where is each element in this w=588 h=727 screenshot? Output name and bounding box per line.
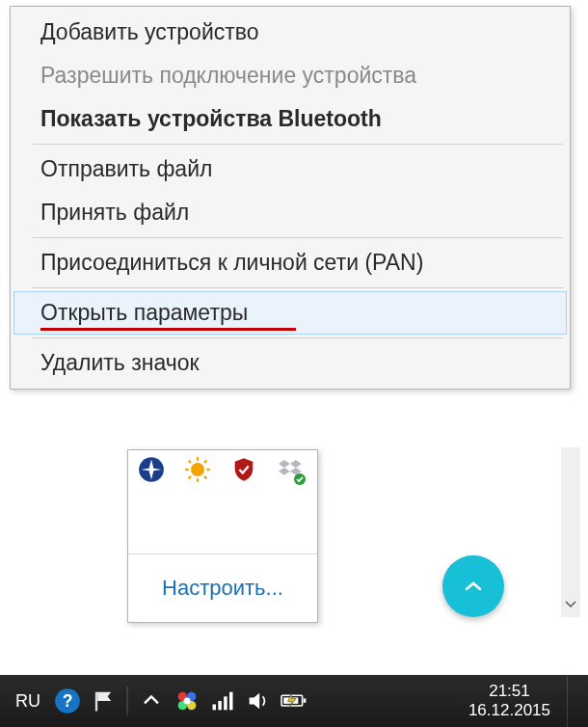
menu-item-send-file[interactable]: Отправить файл	[13, 148, 567, 191]
flag-icon[interactable]	[90, 687, 117, 714]
svg-point-1	[191, 463, 204, 476]
svg-rect-20	[218, 701, 222, 710]
svg-line-6	[189, 461, 191, 463]
scroll-top-fab[interactable]	[442, 555, 504, 617]
tray-customise-link[interactable]: Настроить...	[128, 554, 317, 622]
menu-item-open-settings[interactable]: Открыть параметры	[13, 291, 567, 335]
svg-point-18	[184, 698, 191, 705]
help-icon[interactable]: ?	[54, 687, 81, 714]
menu-item-remove-icon[interactable]: Удалить значок	[13, 341, 567, 385]
menu-divider	[33, 337, 563, 338]
svg-line-9	[204, 461, 206, 463]
chevron-up-icon	[465, 580, 482, 592]
menu-item-label: Открыть параметры	[40, 300, 248, 325]
dropbox-icon[interactable]	[277, 456, 304, 483]
svg-line-8	[189, 476, 191, 478]
clock-date: 16.12.2015	[468, 701, 550, 720]
menu-item-show-devices[interactable]: Показать устройства Bluetooth	[13, 97, 567, 141]
annotation-underline	[40, 328, 296, 331]
svg-rect-24	[304, 699, 307, 703]
clock-time: 21:51	[468, 682, 550, 701]
menu-item-allow-connection: Разрешить подключение устройства	[13, 54, 567, 97]
taskbar-divider	[126, 687, 128, 715]
menu-item-join-pan[interactable]: Присоединиться к личной сети (PAN)	[13, 241, 567, 284]
desktop-area: Добавить устройство Разрешить подключени…	[0, 0, 588, 675]
taskbar-clock[interactable]: 21:51 16.12.2015	[459, 682, 560, 719]
bluetooth-context-menu: Добавить устройство Разрешить подключени…	[10, 6, 571, 390]
menu-divider	[33, 287, 563, 288]
battery-icon[interactable]	[281, 687, 307, 714]
sun-icon[interactable]	[184, 456, 211, 483]
tray-overflow-popup: Настроить...	[127, 449, 318, 623]
show-desktop-button[interactable]	[567, 675, 580, 727]
signal-icon[interactable]	[209, 687, 236, 714]
tray-customise-label: Настроить...	[162, 576, 283, 601]
svg-line-7	[204, 476, 206, 478]
menu-divider	[33, 237, 563, 238]
menu-divider	[33, 144, 563, 145]
nav-icon[interactable]	[138, 456, 165, 483]
tray-icons-area	[128, 450, 317, 554]
svg-rect-19	[213, 705, 217, 711]
scrollbar-track[interactable]	[561, 447, 580, 617]
flower-icon[interactable]	[174, 687, 200, 714]
shield-icon[interactable]	[230, 456, 257, 483]
language-indicator[interactable]: RU	[8, 691, 48, 712]
svg-text:?: ?	[63, 691, 73, 711]
scrollbar-down-arrow[interactable]	[562, 594, 579, 615]
svg-rect-21	[224, 696, 227, 710]
svg-rect-13	[95, 692, 97, 712]
taskbar: RU ? 21:51 16.12.2015	[0, 675, 588, 727]
tray-arrow-icon[interactable]	[138, 687, 165, 714]
volume-icon[interactable]	[245, 687, 272, 714]
menu-item-receive-file[interactable]: Принять файл	[13, 191, 567, 234]
menu-item-add-device[interactable]: Добавить устройство	[13, 11, 567, 54]
svg-rect-22	[229, 692, 233, 711]
